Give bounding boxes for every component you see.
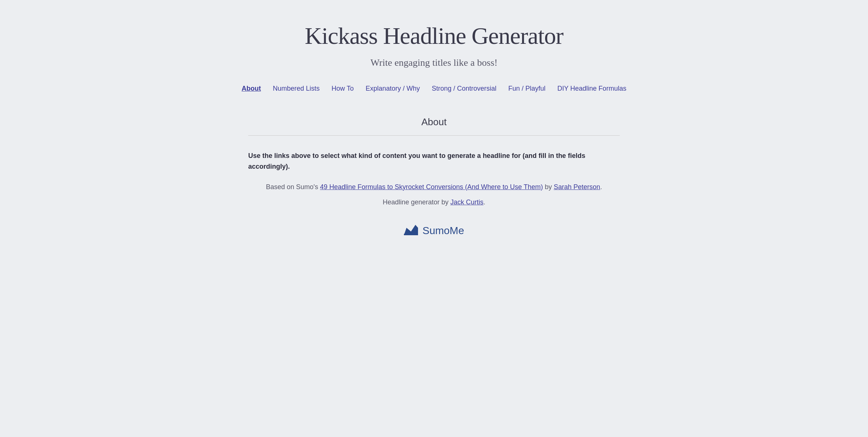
- nav-about[interactable]: About: [236, 83, 267, 94]
- nav-fun-playful[interactable]: Fun / Playful: [502, 83, 551, 94]
- nav-how-to[interactable]: How To: [326, 83, 360, 94]
- based-on-prefix: Based on Sumo's: [266, 183, 320, 191]
- content-area: About Use the links above to select what…: [248, 116, 620, 237]
- crown-icon: [404, 225, 418, 237]
- section-divider: [248, 135, 620, 136]
- description-text: Use the links above to select what kind …: [248, 150, 620, 172]
- based-on-link[interactable]: 49 Headline Formulas to Skyrocket Conver…: [320, 183, 543, 191]
- nav-numbered-lists[interactable]: Numbered Lists: [267, 83, 326, 94]
- generator-prefix: Headline generator by: [383, 198, 450, 206]
- generator-by-text: Headline generator by Jack Curtis.: [248, 198, 620, 206]
- generator-link[interactable]: Jack Curtis: [450, 198, 483, 206]
- svg-marker-0: [404, 225, 418, 235]
- nav-strong-controversial[interactable]: Strong / Controversial: [426, 83, 502, 94]
- based-on-text: Based on Sumo's 49 Headline Formulas to …: [248, 183, 620, 191]
- based-on-suffix: by: [543, 183, 554, 191]
- svg-rect-1: [404, 234, 418, 235]
- nav-diy-headline-formulas[interactable]: DIY Headline Formulas: [551, 83, 632, 94]
- sumome-text: SumoMe: [422, 225, 464, 237]
- section-title: About: [248, 116, 620, 128]
- subtitle: Write engaging titles like a boss!: [370, 57, 498, 68]
- author-link[interactable]: Sarah Peterson: [554, 183, 600, 191]
- author-suffix: .: [600, 183, 602, 191]
- nav-explanatory-why[interactable]: Explanatory / Why: [360, 83, 426, 94]
- main-title: Kickass Headline Generator: [305, 22, 563, 50]
- generator-suffix: .: [483, 198, 485, 206]
- sumome-logo: SumoMe: [248, 225, 620, 237]
- navigation: About Numbered Lists How To Explanatory …: [236, 83, 632, 94]
